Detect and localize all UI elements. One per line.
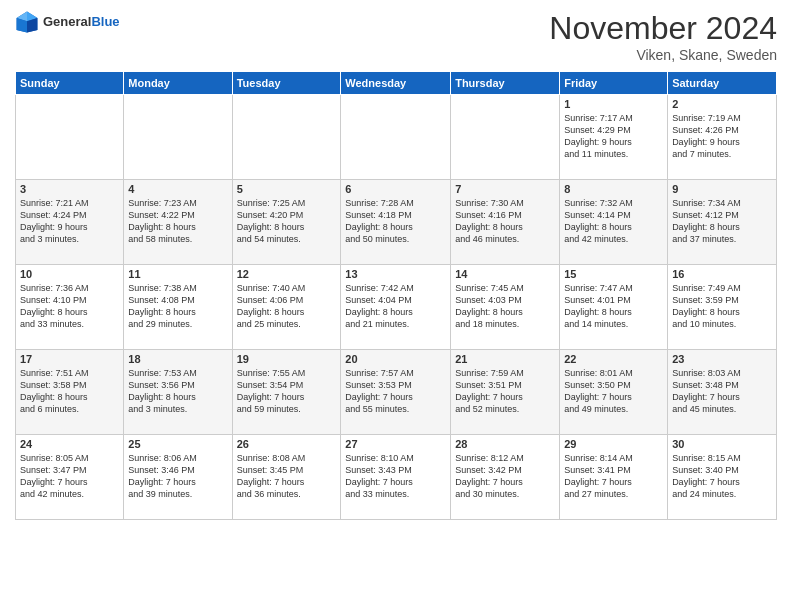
day-info: Sunrise: 7:51 AM Sunset: 3:58 PM Dayligh…: [20, 367, 119, 416]
day-info: Sunrise: 7:17 AM Sunset: 4:29 PM Dayligh…: [564, 112, 663, 161]
day-info: Sunrise: 7:42 AM Sunset: 4:04 PM Dayligh…: [345, 282, 446, 331]
day-number: 24: [20, 438, 119, 450]
day-info: Sunrise: 8:10 AM Sunset: 3:43 PM Dayligh…: [345, 452, 446, 501]
day-number: 20: [345, 353, 446, 365]
calendar-cell-4-4: 28Sunrise: 8:12 AM Sunset: 3:42 PM Dayli…: [451, 435, 560, 520]
header-wednesday: Wednesday: [341, 72, 451, 95]
day-number: 13: [345, 268, 446, 280]
day-info: Sunrise: 7:28 AM Sunset: 4:18 PM Dayligh…: [345, 197, 446, 246]
month-title: November 2024: [549, 10, 777, 47]
day-number: 7: [455, 183, 555, 195]
calendar-cell-3-4: 21Sunrise: 7:59 AM Sunset: 3:51 PM Dayli…: [451, 350, 560, 435]
calendar-cell-2-6: 16Sunrise: 7:49 AM Sunset: 3:59 PM Dayli…: [668, 265, 777, 350]
day-info: Sunrise: 8:15 AM Sunset: 3:40 PM Dayligh…: [672, 452, 772, 501]
logo-text: GeneralBlue: [43, 15, 120, 29]
day-number: 30: [672, 438, 772, 450]
calendar-cell-1-1: 4Sunrise: 7:23 AM Sunset: 4:22 PM Daylig…: [124, 180, 232, 265]
day-number: 4: [128, 183, 227, 195]
calendar-cell-2-2: 12Sunrise: 7:40 AM Sunset: 4:06 PM Dayli…: [232, 265, 341, 350]
calendar-cell-1-5: 8Sunrise: 7:32 AM Sunset: 4:14 PM Daylig…: [560, 180, 668, 265]
calendar-cell-4-2: 26Sunrise: 8:08 AM Sunset: 3:45 PM Dayli…: [232, 435, 341, 520]
day-info: Sunrise: 8:03 AM Sunset: 3:48 PM Dayligh…: [672, 367, 772, 416]
calendar-cell-3-6: 23Sunrise: 8:03 AM Sunset: 3:48 PM Dayli…: [668, 350, 777, 435]
week-row-1: 3Sunrise: 7:21 AM Sunset: 4:24 PM Daylig…: [16, 180, 777, 265]
day-info: Sunrise: 7:23 AM Sunset: 4:22 PM Dayligh…: [128, 197, 227, 246]
day-info: Sunrise: 8:05 AM Sunset: 3:47 PM Dayligh…: [20, 452, 119, 501]
day-info: Sunrise: 8:08 AM Sunset: 3:45 PM Dayligh…: [237, 452, 337, 501]
day-info: Sunrise: 7:21 AM Sunset: 4:24 PM Dayligh…: [20, 197, 119, 246]
day-info: Sunrise: 7:45 AM Sunset: 4:03 PM Dayligh…: [455, 282, 555, 331]
calendar-cell-2-3: 13Sunrise: 7:42 AM Sunset: 4:04 PM Dayli…: [341, 265, 451, 350]
day-info: Sunrise: 7:38 AM Sunset: 4:08 PM Dayligh…: [128, 282, 227, 331]
day-info: Sunrise: 7:53 AM Sunset: 3:56 PM Dayligh…: [128, 367, 227, 416]
calendar-cell-2-0: 10Sunrise: 7:36 AM Sunset: 4:10 PM Dayli…: [16, 265, 124, 350]
calendar-cell-0-4: [451, 95, 560, 180]
day-info: Sunrise: 7:19 AM Sunset: 4:26 PM Dayligh…: [672, 112, 772, 161]
day-info: Sunrise: 8:06 AM Sunset: 3:46 PM Dayligh…: [128, 452, 227, 501]
calendar-cell-0-5: 1Sunrise: 7:17 AM Sunset: 4:29 PM Daylig…: [560, 95, 668, 180]
day-info: Sunrise: 7:40 AM Sunset: 4:06 PM Dayligh…: [237, 282, 337, 331]
day-number: 18: [128, 353, 227, 365]
day-number: 15: [564, 268, 663, 280]
day-info: Sunrise: 7:49 AM Sunset: 3:59 PM Dayligh…: [672, 282, 772, 331]
calendar-cell-3-1: 18Sunrise: 7:53 AM Sunset: 3:56 PM Dayli…: [124, 350, 232, 435]
calendar: Sunday Monday Tuesday Wednesday Thursday…: [15, 71, 777, 520]
day-info: Sunrise: 8:14 AM Sunset: 3:41 PM Dayligh…: [564, 452, 663, 501]
day-number: 16: [672, 268, 772, 280]
header-saturday: Saturday: [668, 72, 777, 95]
header-tuesday: Tuesday: [232, 72, 341, 95]
logo-icon: [15, 10, 39, 34]
calendar-cell-4-0: 24Sunrise: 8:05 AM Sunset: 3:47 PM Dayli…: [16, 435, 124, 520]
header-sunday: Sunday: [16, 72, 124, 95]
calendar-cell-1-6: 9Sunrise: 7:34 AM Sunset: 4:12 PM Daylig…: [668, 180, 777, 265]
day-number: 3: [20, 183, 119, 195]
logo-general: General: [43, 14, 91, 29]
calendar-cell-1-4: 7Sunrise: 7:30 AM Sunset: 4:16 PM Daylig…: [451, 180, 560, 265]
weekday-header-row: Sunday Monday Tuesday Wednesday Thursday…: [16, 72, 777, 95]
calendar-cell-1-3: 6Sunrise: 7:28 AM Sunset: 4:18 PM Daylig…: [341, 180, 451, 265]
day-number: 23: [672, 353, 772, 365]
day-number: 17: [20, 353, 119, 365]
calendar-cell-1-2: 5Sunrise: 7:25 AM Sunset: 4:20 PM Daylig…: [232, 180, 341, 265]
day-number: 9: [672, 183, 772, 195]
title-block: November 2024 Viken, Skane, Sweden: [549, 10, 777, 63]
day-number: 27: [345, 438, 446, 450]
calendar-cell-0-1: [124, 95, 232, 180]
day-number: 6: [345, 183, 446, 195]
day-number: 28: [455, 438, 555, 450]
week-row-0: 1Sunrise: 7:17 AM Sunset: 4:29 PM Daylig…: [16, 95, 777, 180]
day-number: 21: [455, 353, 555, 365]
header-monday: Monday: [124, 72, 232, 95]
calendar-cell-4-1: 25Sunrise: 8:06 AM Sunset: 3:46 PM Dayli…: [124, 435, 232, 520]
logo-blue: Blue: [91, 14, 119, 29]
day-info: Sunrise: 7:59 AM Sunset: 3:51 PM Dayligh…: [455, 367, 555, 416]
calendar-cell-4-5: 29Sunrise: 8:14 AM Sunset: 3:41 PM Dayli…: [560, 435, 668, 520]
day-info: Sunrise: 7:25 AM Sunset: 4:20 PM Dayligh…: [237, 197, 337, 246]
day-info: Sunrise: 7:57 AM Sunset: 3:53 PM Dayligh…: [345, 367, 446, 416]
day-number: 11: [128, 268, 227, 280]
calendar-cell-4-6: 30Sunrise: 8:15 AM Sunset: 3:40 PM Dayli…: [668, 435, 777, 520]
day-number: 29: [564, 438, 663, 450]
calendar-cell-0-6: 2Sunrise: 7:19 AM Sunset: 4:26 PM Daylig…: [668, 95, 777, 180]
day-number: 10: [20, 268, 119, 280]
day-info: Sunrise: 7:34 AM Sunset: 4:12 PM Dayligh…: [672, 197, 772, 246]
day-number: 1: [564, 98, 663, 110]
subtitle: Viken, Skane, Sweden: [549, 47, 777, 63]
calendar-cell-3-5: 22Sunrise: 8:01 AM Sunset: 3:50 PM Dayli…: [560, 350, 668, 435]
day-info: Sunrise: 7:47 AM Sunset: 4:01 PM Dayligh…: [564, 282, 663, 331]
calendar-cell-3-0: 17Sunrise: 7:51 AM Sunset: 3:58 PM Dayli…: [16, 350, 124, 435]
day-number: 12: [237, 268, 337, 280]
calendar-cell-0-0: [16, 95, 124, 180]
header-thursday: Thursday: [451, 72, 560, 95]
day-number: 25: [128, 438, 227, 450]
header-friday: Friday: [560, 72, 668, 95]
week-row-4: 24Sunrise: 8:05 AM Sunset: 3:47 PM Dayli…: [16, 435, 777, 520]
day-info: Sunrise: 8:12 AM Sunset: 3:42 PM Dayligh…: [455, 452, 555, 501]
week-row-3: 17Sunrise: 7:51 AM Sunset: 3:58 PM Dayli…: [16, 350, 777, 435]
day-info: Sunrise: 8:01 AM Sunset: 3:50 PM Dayligh…: [564, 367, 663, 416]
calendar-cell-3-2: 19Sunrise: 7:55 AM Sunset: 3:54 PM Dayli…: [232, 350, 341, 435]
header: GeneralBlue November 2024 Viken, Skane, …: [15, 10, 777, 63]
day-info: Sunrise: 7:55 AM Sunset: 3:54 PM Dayligh…: [237, 367, 337, 416]
calendar-cell-3-3: 20Sunrise: 7:57 AM Sunset: 3:53 PM Dayli…: [341, 350, 451, 435]
calendar-cell-1-0: 3Sunrise: 7:21 AM Sunset: 4:24 PM Daylig…: [16, 180, 124, 265]
